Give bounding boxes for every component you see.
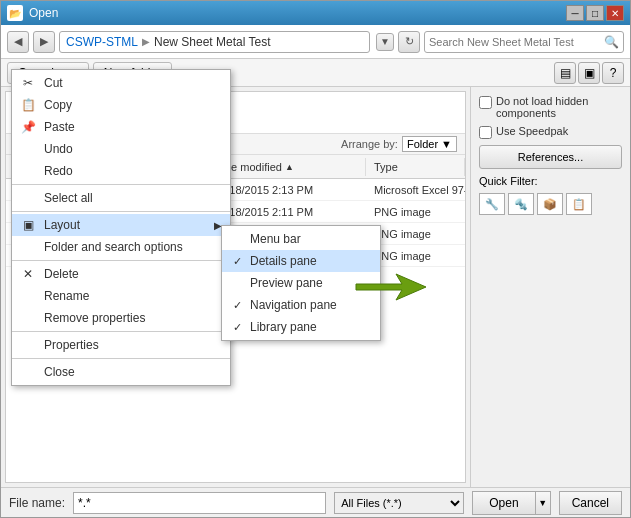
maximize-button[interactable]: □ [586, 5, 604, 21]
close-button[interactable]: ✕ [606, 5, 624, 21]
search-box: 🔍 [424, 31, 624, 53]
view-button-2[interactable]: ▣ [578, 62, 600, 84]
menu-item-select-all-label: Select all [44, 191, 93, 205]
do-not-load-row: Do not load hidden components [479, 95, 622, 119]
do-not-load-label: Do not load hidden components [496, 95, 622, 119]
help-button[interactable]: ? [602, 62, 624, 84]
use-speedpak-row: Use Speedpak [479, 125, 622, 139]
submenu-item-menu-bar[interactable]: Menu bar [222, 228, 380, 250]
file-type-cell: PNG image [366, 204, 465, 220]
menu-item-rename-label: Rename [44, 289, 89, 303]
menu-separator-2 [12, 211, 230, 212]
menu-item-copy[interactable]: 📋 Copy [12, 94, 230, 116]
menu-separator-5 [12, 358, 230, 359]
search-input[interactable] [429, 36, 600, 48]
bottom-bar: File name: All Files (*.*) Open ▼ Cancel [1, 487, 630, 517]
menu-item-remove-properties-label: Remove properties [44, 311, 145, 325]
view-buttons: ▤ ▣ ? [554, 62, 624, 84]
filter-icon-2[interactable]: 🔩 [508, 193, 534, 215]
quick-filter-row: Quick Filter: [479, 175, 622, 187]
open-button[interactable]: Open [472, 491, 534, 515]
filter-icon-4[interactable]: 📋 [566, 193, 592, 215]
breadcrumb-dropdown[interactable]: ▼ [376, 33, 394, 51]
right-panel: Do not load hidden components Use Speedp… [470, 87, 630, 487]
title-controls: ─ □ ✕ [566, 5, 624, 21]
window-title: Open [29, 6, 58, 20]
menu-item-folder-search-label: Folder and search options [44, 240, 183, 254]
cancel-button[interactable]: Cancel [559, 491, 622, 515]
title-bar-left: 📂 Open [7, 5, 58, 21]
menu-separator-1 [12, 184, 230, 185]
green-arrow-indicator [346, 272, 426, 302]
menu-item-close-label: Close [44, 365, 75, 379]
breadcrumb-parent[interactable]: CSWP-STML [66, 35, 138, 49]
filter-icons-row: 🔧 🔩 📦 📋 [479, 193, 622, 215]
filename-input[interactable] [73, 492, 326, 514]
delete-icon: ✕ [20, 267, 36, 281]
forward-button[interactable]: ▶ [33, 31, 55, 53]
svg-marker-0 [356, 274, 426, 300]
window-icon: 📂 [7, 5, 23, 21]
menu-item-redo[interactable]: Redo [12, 160, 230, 182]
submenu-item-library-pane[interactable]: ✓ Library pane [222, 316, 380, 338]
filetype-select[interactable]: All Files (*.*) [334, 492, 464, 514]
filename-label: File name: [9, 496, 65, 510]
search-icon: 🔍 [604, 35, 619, 49]
menu-item-undo[interactable]: Undo [12, 138, 230, 160]
menu-item-redo-label: Redo [44, 164, 73, 178]
menu-item-folder-search[interactable]: Folder and search options [12, 236, 230, 258]
menu-item-delete[interactable]: ✕ Delete [12, 263, 230, 285]
refresh-button[interactable]: ↻ [398, 31, 420, 53]
open-dropdown-button[interactable]: ▼ [535, 491, 551, 515]
back-button[interactable]: ◀ [7, 31, 29, 53]
submenu-item-details-pane[interactable]: ✓ Details pane [222, 250, 380, 272]
copy-icon: 📋 [20, 98, 36, 112]
menu-item-select-all[interactable]: Select all [12, 187, 230, 209]
menu-item-properties-label: Properties [44, 338, 99, 352]
menu-item-copy-label: Copy [44, 98, 72, 112]
submenu-item-navigation-pane-label: Navigation pane [250, 298, 337, 312]
context-menu: ✂ Cut 📋 Copy 📌 Paste Undo Redo Select al… [11, 69, 231, 386]
menu-item-undo-label: Undo [44, 142, 73, 156]
arrange-dropdown[interactable]: Folder ▼ [402, 136, 457, 152]
menu-item-cut[interactable]: ✂ Cut [12, 72, 230, 94]
menu-item-rename[interactable]: Rename [12, 285, 230, 307]
references-button[interactable]: References... [479, 145, 622, 169]
menu-item-delete-label: Delete [44, 267, 79, 281]
details-pane-check: ✓ [230, 255, 244, 268]
breadcrumb-current: New Sheet Metal Test [154, 35, 271, 49]
cut-icon: ✂ [20, 76, 36, 90]
open-button-group: Open ▼ [472, 491, 550, 515]
breadcrumb-separator: ▶ [142, 36, 150, 47]
menu-item-close[interactable]: Close [12, 361, 230, 383]
use-speedpak-label: Use Speedpak [496, 125, 568, 137]
sort-arrow: ▲ [285, 162, 294, 172]
arrange-label: Arrange by: [341, 138, 398, 150]
menu-item-remove-properties[interactable]: Remove properties [12, 307, 230, 329]
menu-separator-4 [12, 331, 230, 332]
menu-item-paste[interactable]: 📌 Paste [12, 116, 230, 138]
arrange-value: Folder [407, 138, 438, 150]
menu-item-layout-label: Layout [44, 218, 80, 232]
breadcrumb: CSWP-STML ▶ New Sheet Metal Test [59, 31, 370, 53]
use-speedpak-checkbox[interactable] [479, 126, 492, 139]
address-bar: ◀ ▶ CSWP-STML ▶ New Sheet Metal Test ▼ ↻… [1, 25, 630, 59]
arrange-arrow: ▼ [441, 138, 452, 150]
filter-icon-3[interactable]: 📦 [537, 193, 563, 215]
minimize-button[interactable]: ─ [566, 5, 584, 21]
quick-filter-label: Quick Filter: [479, 175, 538, 187]
menu-item-paste-label: Paste [44, 120, 75, 134]
menu-item-properties[interactable]: Properties [12, 334, 230, 356]
column-type-header[interactable]: Type [366, 158, 465, 176]
view-button-1[interactable]: ▤ [554, 62, 576, 84]
library-pane-check: ✓ [230, 321, 244, 334]
do-not-load-checkbox[interactable] [479, 96, 492, 109]
paste-icon: 📌 [20, 120, 36, 134]
menu-item-cut-label: Cut [44, 76, 63, 90]
submenu-item-library-pane-label: Library pane [250, 320, 317, 334]
layout-icon: ▣ [20, 218, 36, 232]
file-type-cell: Microsoft Excel 97-2003 [366, 182, 465, 198]
filter-icon-1[interactable]: 🔧 [479, 193, 505, 215]
menu-item-layout[interactable]: ▣ Layout ▶ [12, 214, 230, 236]
submenu-item-menu-bar-label: Menu bar [250, 232, 301, 246]
